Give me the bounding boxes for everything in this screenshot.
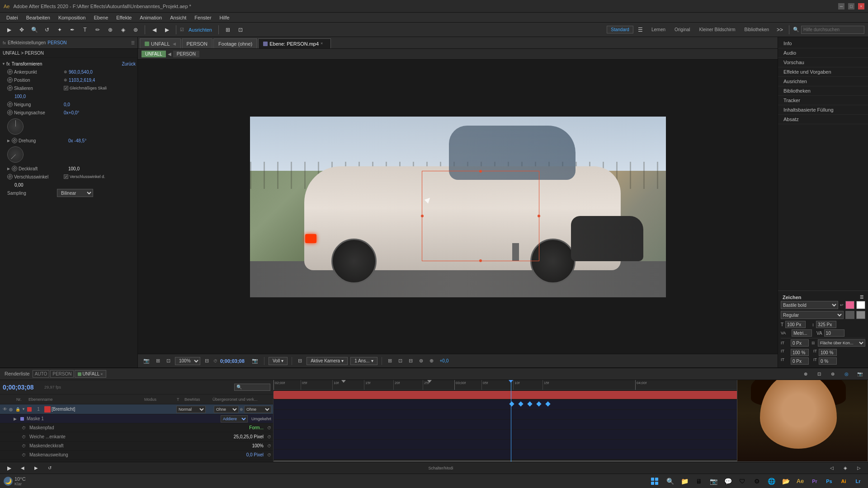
tool-eraser[interactable]: ◈ [118,24,128,35]
toolbar-magnet[interactable]: ⊡ [235,24,246,35]
transport-kf-prev-btn[interactable]: ◁ [826,463,837,474]
mask-1-mode-select[interactable]: Addiere [221,415,248,422]
render-queue-label[interactable]: Renderliste [3,370,32,378]
unfall-tl-tab[interactable]: UNFALL × [75,370,106,378]
breadcrumb-unfall[interactable]: UNFALL [142,51,166,57]
viewer-fit-btn[interactable]: ⊟ [203,357,211,365]
menu-effekte[interactable]: Effekte [113,14,135,21]
expand-panels-button[interactable]: >> [774,24,785,35]
anchor-row[interactable]: Ankerpunkt ⊕ 960,0,540,0 [0,68,137,76]
sampling-select[interactable]: Bilinear [57,189,93,197]
layer-1-blend2-select[interactable]: Ohne [244,406,271,413]
taskbar-search-btn[interactable]: 🔍 [664,475,676,488]
char-panel-menu-icon[interactable]: ☰ [860,295,863,300]
menu-komposition[interactable]: Komposition [55,14,90,21]
taskbar-folders-btn[interactable]: 📁 [678,475,691,488]
panel-item-paragraph[interactable]: Absatz [778,115,868,124]
taskbar-camera-btn[interactable]: 📷 [707,475,720,488]
extra-swatch-2[interactable] [856,311,865,319]
viewer-camera-dropdown[interactable]: Aktive Kamera ▾ [307,357,348,365]
small-screen-button[interactable]: Kleiner Bildschirm [695,26,739,33]
tool-prev[interactable]: ◀ [149,24,160,35]
panel-item-libraries[interactable]: Bibliotheken [778,86,868,96]
shutter-value-row[interactable]: 0,00 [0,181,137,189]
tool-pen[interactable]: ✒ [67,24,78,35]
tilt-axis-row[interactable]: Neigungsachse 0x+0,0° [0,108,137,117]
rotation-row[interactable]: Drehung 0x -48,5° [0,136,137,145]
panel-item-info[interactable]: Info [778,39,868,48]
taskbar-chat-btn[interactable]: 💬 [722,475,734,488]
viewer-checkerboard-btn[interactable]: ⊟ [296,357,304,365]
stroke-width-input[interactable] [791,339,809,347]
panel-item-effects[interactable]: Effekte und Vorgaben [778,67,868,77]
start-button[interactable] [647,475,662,488]
mask-1-row[interactable]: ▶ Maske 1 Addiere Umgekehrt [0,414,273,423]
sampling-row[interactable]: Sampling Bilinear [0,189,137,197]
panel-item-tracker[interactable]: Tracker [778,96,868,105]
menu-datei[interactable]: Datei [3,14,22,21]
tl-snap-btn[interactable]: ⊡ [814,369,825,380]
leading-input[interactable] [816,321,836,328]
tilt-dial[interactable] [7,118,24,135]
tl-camera-btn[interactable]: 📷 [854,369,865,380]
tool-stamp[interactable]: ⊕ [105,24,116,35]
shutter-uniform-checkbox[interactable] [64,174,68,179]
transform-section[interactable]: fx Transformieren Zurück [0,60,137,68]
mask-1-expand-icon[interactable]: ▶ [14,417,17,421]
transport-kf-add-btn[interactable]: ◈ [840,463,851,474]
layer-1-mode-select[interactable]: Normal [176,406,206,413]
learn-button[interactable]: Lernen [648,26,669,33]
tl-graph-btn[interactable]: ◎ [841,369,852,380]
viewer-magnification-dropdown[interactable]: Voll ▾ [269,357,288,365]
viewer-camera-btn[interactable]: 📷 [250,357,260,365]
viewer-zoom-select[interactable]: 100% [175,357,200,365]
menu-fenster[interactable]: Fenster [191,14,215,21]
taskbar-file-btn[interactable]: 📂 [779,475,792,488]
tab-person[interactable]: PERSON [182,38,212,48]
person-tl-btn[interactable]: PERSON [50,370,74,378]
tilt-row[interactable]: Neigung 0,0 [0,100,137,108]
toolbar-snap[interactable]: ⊞ [222,24,233,35]
layer-1-blend-select[interactable]: Ohne [214,406,239,413]
minimize-button[interactable]: ─ [838,3,844,9]
tool-type[interactable]: T [80,24,90,35]
tl-search-input[interactable] [234,384,270,391]
tab-layer[interactable]: Ebene: PERSON.mp4 × [258,38,331,48]
close-button[interactable]: × [858,3,864,9]
transport-kf-next-btn[interactable]: ▷ [854,463,864,474]
menu-hilfe[interactable]: Hilfe [216,14,233,21]
tool-zoom[interactable]: 🔍 [29,24,40,35]
vert-scale-input[interactable] [791,349,809,356]
auto-btn[interactable]: AUTO [33,370,50,378]
font-style-select[interactable]: Regular [781,311,844,319]
viewer-pixel-btn[interactable]: ⊡ [396,357,404,365]
horiz-scale-input[interactable] [819,349,837,356]
transport-play-btn[interactable]: ▶ [4,463,14,474]
layer-1-solo-icon[interactable]: ◎ [9,407,14,412]
stroke-mode-select[interactable]: Fläche über Kon... [818,339,865,347]
workspace-standard-button[interactable]: Standard [607,26,633,33]
scale-row[interactable]: Skalieren Gleichmäßiges Skali [0,84,137,92]
extra-swatch-1[interactable] [845,311,854,319]
tl-motion-btn[interactable]: ⊛ [827,369,838,380]
original-button[interactable]: Original [671,26,693,33]
taskbar-lr-btn[interactable]: Lr [852,475,864,488]
effects-panel-menu[interactable]: ☰ [131,41,135,45]
text-color-swatch[interactable] [845,301,854,309]
scale-uniform-checkbox[interactable] [64,86,68,90]
tool-star[interactable]: ✦ [54,24,65,35]
kerning-input[interactable] [792,329,812,337]
font-reset-icon[interactable]: ↩ [840,303,844,307]
panel-item-audio[interactable]: Audio [778,48,868,58]
viewer-view-dropdown[interactable]: 1 Ans... ▾ [350,357,377,365]
tab-footage[interactable]: Footage (ohne) [213,38,257,48]
mask-opacity-row[interactable]: ⏱ Maskendeckkraft 100% ⏱ [0,441,273,450]
viewer-region-btn[interactable]: ⊞ [154,357,162,365]
tsumi-input[interactable] [819,357,837,365]
workspace-menu-icon[interactable]: ☰ [635,24,646,35]
tool-brush[interactable]: ✏ [92,24,103,35]
taskbar-ai-btn[interactable]: Ai [837,475,850,488]
scale-value-row[interactable]: 100,0 [0,92,137,100]
opacity-row[interactable]: Deckkraft 100,0 [0,164,137,173]
layer-row-1[interactable]: 👁 ◎ 🔒 1 [Bremslicht] Normal Ohne ⊕ Ohne [0,404,273,414]
